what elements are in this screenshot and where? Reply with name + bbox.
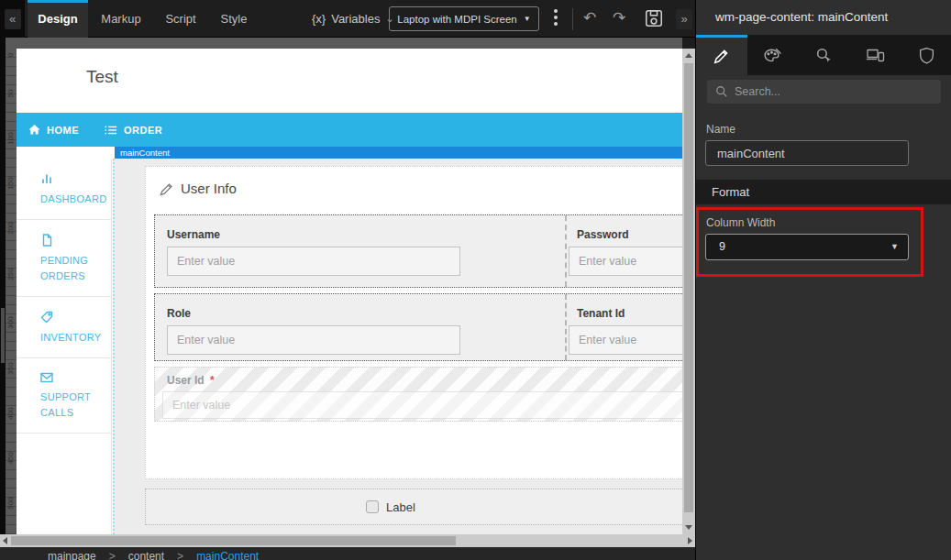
pencil-icon xyxy=(713,48,730,65)
sidebar-item-pending-orders[interactable]: PENDING ORDERS xyxy=(17,220,111,297)
shield-icon xyxy=(918,47,935,64)
column-width-select[interactable]: 9 ▼ xyxy=(705,234,909,260)
tab-style[interactable]: Style xyxy=(209,0,259,38)
breadcrumb-content[interactable]: content xyxy=(128,547,164,560)
collapse-left-icon[interactable]: « xyxy=(5,9,21,29)
form-row-2: Role Enter value Tenant Id Enter value xyxy=(154,293,682,361)
palette-icon xyxy=(763,47,782,64)
ruler-mark: 150 xyxy=(6,174,16,192)
tab-styles[interactable] xyxy=(747,35,799,75)
breadcrumb-maincontent[interactable]: mainContent xyxy=(196,547,259,560)
format-section-header[interactable]: Format xyxy=(696,180,951,204)
user-id-input[interactable]: Enter value xyxy=(162,391,682,419)
wavemaker-studio: « Design Markup Script Style {x} Variabl… xyxy=(0,0,951,560)
tab-markup-label: Markup xyxy=(101,12,140,26)
user-id-label-text: User Id xyxy=(167,374,205,387)
tab-design[interactable]: Design xyxy=(28,0,88,38)
sidebar-item-label: PENDING ORDERS xyxy=(40,253,105,284)
save-icon[interactable] xyxy=(644,8,664,28)
tenant-id-label: Tenant Id xyxy=(577,307,625,320)
design-canvas: Test HOME ORDER mainContent xyxy=(17,49,682,534)
nav-order-label: ORDER xyxy=(124,125,162,136)
tab-security[interactable] xyxy=(901,35,951,75)
horizontal-scrollbar[interactable] xyxy=(0,534,695,547)
selected-widget-tag[interactable]: mainContent xyxy=(115,147,682,159)
user-id-label: User Id * xyxy=(167,374,215,387)
more-options-icon[interactable] xyxy=(551,9,560,28)
sidebar-item-inventory[interactable]: INVENTORY xyxy=(17,297,111,358)
tenant-id-input[interactable]: Enter value xyxy=(569,325,682,355)
selected-widget-name: mainContent xyxy=(120,148,170,158)
collapse-right-icon[interactable]: » xyxy=(676,9,692,29)
scroll-down-icon[interactable] xyxy=(685,525,692,530)
tag-icon xyxy=(40,311,53,324)
role-label: Role xyxy=(167,307,191,320)
home-icon xyxy=(28,124,40,136)
horizontal-ruler xyxy=(6,38,682,49)
device-preview-select[interactable]: Laptop with MDPI Screen ▼ xyxy=(389,6,539,31)
tab-properties[interactable] xyxy=(696,35,747,75)
sidebar-item-label: INVENTORY xyxy=(40,330,105,346)
checkbox-widget-strip: Label xyxy=(145,489,682,525)
top-toolbar: « Design Markup Script Style {x} Variabl… xyxy=(0,0,695,38)
ruler-mark: 450 xyxy=(6,449,16,467)
page-content: DASHBOARD PENDING ORDERS INVENTORY SUPPO… xyxy=(17,159,682,534)
variables-menu[interactable]: {x} Variables ⌄ xyxy=(312,0,394,38)
ruler-mark: 100 xyxy=(6,129,16,148)
checkbox[interactable] xyxy=(366,500,379,513)
toolbar-divider xyxy=(572,8,573,30)
inspector-search xyxy=(707,80,941,104)
bar-chart-icon xyxy=(40,172,53,185)
tab-events[interactable] xyxy=(799,35,850,75)
password-input[interactable]: Enter value xyxy=(569,247,682,276)
user-info-form-panel: User Info Username Enter value Password … xyxy=(145,166,682,479)
left-gutter-scroll-thumb[interactable] xyxy=(1,308,5,363)
search-input[interactable] xyxy=(735,85,918,98)
envelope-icon xyxy=(40,372,53,383)
ruler-mark: 0 xyxy=(6,46,16,64)
file-icon xyxy=(40,234,53,247)
column-width-value: 9 xyxy=(719,240,725,253)
redo-icon[interactable]: ↷ xyxy=(613,8,625,27)
name-input[interactable] xyxy=(705,140,909,166)
inspector-tabs xyxy=(696,35,951,75)
nav-item-home[interactable]: HOME xyxy=(28,124,79,136)
dropdown-arrow-icon: ▼ xyxy=(890,235,899,259)
variables-icon: {x} xyxy=(312,12,326,26)
nav-item-order[interactable]: ORDER xyxy=(105,125,162,136)
sidebar-item-support-calls[interactable]: SUPPORT CALLS xyxy=(17,358,111,434)
collapse-right-area: » xyxy=(676,9,692,29)
vertical-scrollbar[interactable] xyxy=(682,49,695,534)
ruler-mark: 200 xyxy=(6,219,16,237)
name-label: Name xyxy=(706,123,735,136)
column-width-label: Column Width xyxy=(706,216,775,229)
scroll-left-icon[interactable] xyxy=(3,537,7,544)
sidebar-item-dashboard[interactable]: DASHBOARD xyxy=(17,159,111,220)
scroll-right-icon[interactable] xyxy=(688,537,692,544)
tab-devices[interactable] xyxy=(849,35,901,75)
role-input[interactable]: Enter value xyxy=(167,325,460,355)
page-title: Test xyxy=(86,67,118,87)
breadcrumb-mainpage[interactable]: mainpage xyxy=(48,547,96,560)
required-marker: * xyxy=(210,374,215,387)
horizontal-scroll-thumb[interactable] xyxy=(11,536,456,545)
app-navbar: HOME ORDER xyxy=(17,113,682,147)
list-icon xyxy=(105,125,117,136)
tab-markup[interactable]: Markup xyxy=(92,0,150,38)
breadcrumb-separator: > xyxy=(177,547,183,560)
ruler-mark: 350 xyxy=(6,359,16,378)
tab-script-label: Script xyxy=(165,12,195,26)
ruler-mark: 300 xyxy=(6,313,16,332)
main-content-container[interactable]: User Info Username Enter value Password … xyxy=(113,159,682,534)
scroll-up-icon[interactable] xyxy=(685,53,692,58)
ruler-mark: 500 xyxy=(6,494,16,512)
search-icon xyxy=(715,85,728,98)
tab-script[interactable]: Script xyxy=(154,0,207,38)
tab-style-label: Style xyxy=(221,12,248,26)
vertical-scroll-thumb[interactable] xyxy=(684,63,693,512)
property-inspector: wm-page-content: mainContent xyxy=(695,0,951,560)
undo-icon[interactable]: ↶ xyxy=(583,8,596,27)
username-input[interactable]: Enter value xyxy=(167,247,460,276)
form-row-1: Username Enter value Password Enter valu… xyxy=(154,214,682,288)
tab-design-label: Design xyxy=(38,12,77,26)
